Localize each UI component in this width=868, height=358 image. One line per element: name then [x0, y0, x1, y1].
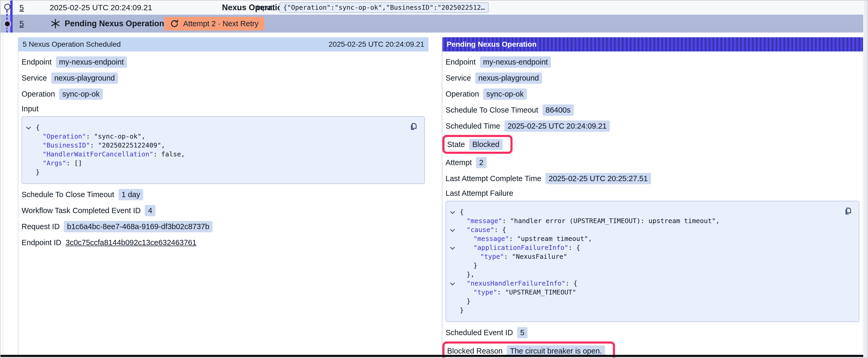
retry-status-badge: Attempt 2 · Next Retry — [164, 17, 264, 30]
field-label: Attempt — [445, 158, 472, 167]
nexus-operation-scheduled-panel: 5 Nexus Operation Scheduled 2025-02-25 U… — [19, 37, 429, 355]
field-value-chip: 2025-02-25 UTC 20:24:09.21 — [504, 121, 610, 132]
field-label: Operation — [22, 90, 55, 98]
pending-nexus-operation-panel: Pending Nexus Operation Endpointmy-nexus… — [442, 37, 864, 355]
input-summary-label: Input — [257, 3, 273, 11]
field-value-chip: 5 — [517, 327, 528, 338]
json-line: } — [449, 297, 852, 306]
json-line: "Operation": "sync-op-ok", — [25, 132, 417, 141]
json-line: "message": "upstream timeout", — [449, 234, 852, 243]
field-label: Endpoint ID — [22, 238, 61, 247]
field-value-chip: sync-op-ok — [59, 89, 103, 100]
json-line: } — [449, 261, 852, 270]
field-value-chip: sync-op-ok — [483, 89, 527, 100]
field-row-endpoint: Endpointmy-nexus-endpoint — [445, 54, 859, 70]
retry-badge-label: Attempt 2 · Next Retry — [183, 20, 258, 28]
json-line: } — [25, 168, 417, 176]
field-label: Input — [22, 104, 39, 113]
scrollbar-track[interactable] — [863, 1, 867, 357]
field-row-last-attempt-complete-time: Last Attempt Complete Time2025-02-25 UTC… — [445, 171, 859, 187]
collapse-chevron-icon[interactable] — [450, 281, 455, 285]
field-value-chip: 2 — [476, 157, 487, 168]
field-label: Request ID — [22, 222, 60, 231]
right-panel-header: Pending Nexus Operation — [442, 37, 863, 52]
json-line: }, — [449, 270, 852, 279]
field-value-chip: nexus-playground — [475, 72, 542, 84]
field-row-operation: Operationsync-op-ok — [22, 86, 425, 102]
field-label: Schedule To Close Timeout — [445, 106, 538, 115]
field-row-service: Servicenexus-playground — [445, 70, 859, 86]
field-row-workflow-task-completed-event-id: Workflow Task Completed Event ID4 — [22, 203, 425, 219]
field-label: Endpoint — [22, 58, 52, 66]
field-row-schedule-to-close-timeout: Schedule To Close Timeout1 day — [22, 187, 425, 203]
field-value-chip: 2025-02-25 UTC 20:25:27.51 — [546, 173, 651, 184]
json-line: "message": "handler error (UPSTREAM_TIME… — [449, 217, 852, 225]
field-row-endpoint-id: Endpoint ID3c0c75ccfa8144b092c13ce632463… — [22, 235, 425, 251]
field-value-chip: 4 — [145, 205, 155, 216]
json-line: "applicationFailureInfo": { — [449, 243, 852, 252]
left-panel-title: 5 Nexus Operation Scheduled — [23, 40, 121, 48]
failure-json-viewer: {"message": "handler error (UPSTREAM_TIM… — [445, 201, 859, 322]
right-panel-title: Pending Nexus Operation — [446, 40, 536, 48]
event-table-left-edge — [3, 33, 3, 355]
field-label: Workflow Task Completed Event ID — [22, 206, 141, 215]
field-value-chip: 1 day — [119, 189, 144, 200]
copy-icon[interactable] — [843, 205, 854, 216]
field-row-state: StateBlocked — [447, 137, 502, 151]
field-label: Last Attempt Failure — [445, 189, 513, 198]
json-line: { — [449, 207, 852, 217]
json-line: "nexusHandlerFailureInfo": { — [449, 279, 852, 288]
event-title: Pending Nexus Operation — [65, 19, 164, 28]
event-timestamp: 2025-02-25 UTC 20:24:09.21 — [50, 3, 152, 12]
left-panel-timestamp: 2025-02-25 UTC 20:24:09.21 — [329, 40, 424, 48]
field-label: Operation — [445, 90, 479, 98]
pending-asterisk-icon — [51, 19, 60, 29]
json-line: "type": "UPSTREAM_TIMEOUT" — [449, 288, 852, 297]
event-id-link[interactable]: 5 — [20, 3, 24, 12]
field-row-request-id: Request IDb1c6a4bc-8ee7-468a-9169-df3b02… — [22, 219, 425, 235]
timeline-filled-dot-icon — [3, 20, 11, 28]
field-row-scheduled-event-id: Scheduled Event ID5 — [445, 325, 859, 341]
field-value-chip: nexus-playground — [51, 72, 118, 84]
left-panel-header: 5 Nexus Operation Scheduled 2025-02-25 U… — [19, 37, 429, 52]
timeline-open-circle-icon — [4, 3, 11, 10]
input-summary-chip: {"Operation":"sync-op-ok","BusinessID":"… — [280, 2, 489, 13]
json-line: "type": "NexusFailure" — [449, 252, 852, 261]
field-label: Last Attempt Complete Time — [445, 174, 541, 183]
field-label: Endpoint — [445, 58, 476, 66]
json-line: { — [25, 123, 417, 132]
copy-icon[interactable] — [408, 121, 419, 131]
retry-icon — [170, 19, 179, 28]
field-label: Scheduled Time — [445, 122, 500, 130]
event-row-pending-nexus-operation[interactable]: 5 Pending Nexus Operation Attempt 2 · Ne… — [1, 15, 863, 33]
event-detail-container: 5 Nexus Operation Scheduled 2025-02-25 U… — [18, 37, 863, 355]
collapse-chevron-icon[interactable] — [450, 227, 455, 232]
json-line: "Args": [] — [25, 159, 417, 168]
endpoint-id-link[interactable]: 3c0c75ccfa8144b092c13ce632463761 — [66, 238, 196, 247]
field-row-input: Input — [22, 102, 425, 115]
field-row-scheduled-time: Scheduled Time2025-02-25 UTC 20:24:09.21 — [445, 118, 859, 134]
event-row-nexus-operation-scheduled[interactable]: 5 2025-02-25 UTC 20:24:09.21 Nexus Opera… — [1, 1, 863, 15]
field-row-last-attempt-failure: Last Attempt Failure — [445, 187, 859, 200]
json-line: "BusinessID": "20250225122409", — [25, 141, 417, 150]
temporal-event-history-screen: 5 2025-02-25 UTC 20:24:09.21 Nexus Opera… — [0, 0, 868, 358]
field-value-chip: 86400s — [542, 104, 574, 116]
field-row-operation: Operationsync-op-ok — [445, 86, 859, 102]
field-label: Service — [445, 74, 471, 83]
field-value-chip: my-nexus-endpoint — [480, 57, 551, 68]
field-label: Blocked Reason — [447, 347, 502, 355]
collapse-chevron-icon[interactable] — [26, 125, 31, 129]
collapse-chevron-icon[interactable] — [450, 209, 455, 214]
collapse-chevron-icon[interactable] — [450, 245, 455, 250]
field-row-endpoint: Endpointmy-nexus-endpoint — [22, 54, 425, 70]
field-value-chip: Blocked — [469, 139, 502, 150]
field-row-service: Servicenexus-playground — [22, 70, 425, 86]
bottom-separator-bar — [1, 355, 863, 357]
json-line: "cause": { — [449, 225, 852, 234]
json-line: "HandlerWaitForCancellation": false, — [25, 150, 417, 159]
input-json-viewer: {"Operation": "sync-op-ok","BusinessID":… — [22, 116, 425, 184]
timeline-dashed-connector — [6, 10, 8, 20]
field-label: State — [447, 140, 465, 149]
field-label: Scheduled Event ID — [445, 328, 513, 337]
event-id-link[interactable]: 5 — [20, 19, 24, 28]
